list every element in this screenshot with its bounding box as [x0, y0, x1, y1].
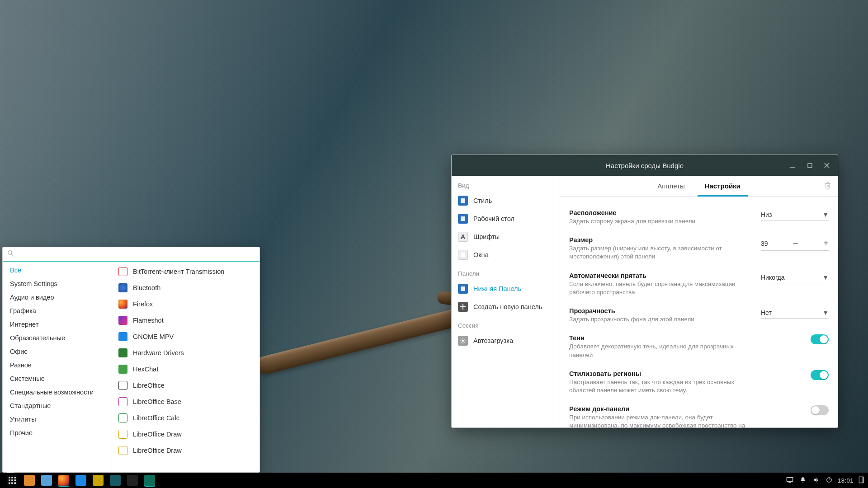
svg-line-1 — [11, 254, 13, 256]
tray-display-icon[interactable] — [786, 477, 793, 484]
appmenu-category[interactable]: Графика — [3, 304, 112, 318]
appmenu-category[interactable]: Прочие — [3, 426, 112, 440]
dock-toggle[interactable] — [811, 405, 829, 415]
svg-rect-23 — [14, 477, 16, 479]
dropdown-value: Никогда — [761, 274, 784, 281]
sidebar-item[interactable]: AШрифты — [452, 228, 560, 246]
panel-launcher-screenshot-icon[interactable] — [110, 475, 121, 486]
appmenu-app-item[interactable]: Bluetooth — [112, 280, 259, 296]
app-label: LibreOffice Draw — [133, 447, 182, 454]
app-icon — [118, 348, 127, 357]
app-label: LibreOffice — [133, 382, 165, 389]
appmenu-category[interactable]: Разное — [3, 358, 112, 372]
position-dropdown[interactable]: Низ ▼ — [761, 209, 829, 221]
transparency-dropdown[interactable]: Нет ▼ — [761, 307, 829, 319]
opt-transparency: Прозрачность Задать прозрачность фона дл… — [569, 302, 829, 329]
svg-point-0 — [8, 251, 12, 254]
svg-line-17 — [461, 338, 462, 339]
svg-rect-26 — [14, 479, 16, 481]
panel-menu-button[interactable] — [7, 475, 18, 486]
titlebar[interactable]: Настройки среды Budgie — [452, 155, 838, 176]
panel-launcher-terminal-icon[interactable] — [127, 475, 138, 486]
appmenu-app-item[interactable]: HexChat — [112, 361, 259, 377]
sidebar-item-icon: A — [458, 232, 468, 242]
tray-notifications-icon[interactable] — [800, 476, 806, 485]
app-label: Bluetooth — [133, 284, 160, 291]
appmenu-app-item[interactable]: LibreOffice — [112, 377, 259, 394]
appmenu-app-item[interactable]: LibreOffice Base — [112, 394, 259, 410]
opt-desc: Задать прозрачность фона для этой панели — [569, 315, 694, 324]
svg-rect-30 — [787, 477, 793, 481]
appmenu-app-item[interactable]: Flameshot — [112, 312, 259, 328]
svg-rect-7 — [461, 216, 465, 221]
sidebar-item[interactable]: Стиль — [452, 192, 560, 210]
tab-applets[interactable]: Апплеты — [647, 176, 695, 196]
appmenu-category[interactable]: Стандартные — [3, 399, 112, 413]
tray-sidebar-icon[interactable] — [858, 476, 864, 485]
svg-point-12 — [462, 340, 464, 342]
sidebar-item-label: Рабочий стол — [473, 215, 514, 222]
appmenu-categories: ВсёSystem SettingsАудио и видеоГрафикаИн… — [3, 262, 112, 472]
svg-line-18 — [464, 342, 465, 343]
opt-desc: При использовании режима док-панели, она… — [569, 413, 750, 427]
system-tray — [786, 476, 832, 485]
appmenu-app-item[interactable]: Hardware Drivers — [112, 345, 259, 361]
appmenu-category[interactable]: Всё — [3, 263, 112, 277]
svg-rect-6 — [461, 198, 465, 203]
appmenu-category[interactable]: Аудио и видео — [3, 291, 112, 304]
appmenu-app-item[interactable]: LibreOffice Calc — [112, 410, 259, 426]
tray-volume-icon[interactable] — [812, 477, 820, 484]
tray-power-icon[interactable] — [826, 477, 832, 484]
appmenu-category[interactable]: Образовательные — [3, 331, 112, 345]
sidebar-item[interactable]: Автозагрузка — [452, 332, 560, 350]
opt-title: Режим док-панели — [569, 405, 750, 413]
panel-launcher-firefox-icon[interactable] — [58, 475, 69, 486]
app-label: HexChat — [133, 366, 158, 373]
autohide-dropdown[interactable]: Никогда ▼ — [761, 272, 829, 283]
appmenu-category[interactable]: Системные — [3, 372, 112, 385]
close-button[interactable] — [819, 159, 835, 172]
minimize-button[interactable] — [784, 159, 801, 172]
app-label: Flameshot — [133, 317, 164, 324]
sidebar-item[interactable]: Рабочий стол — [452, 210, 560, 228]
search-input[interactable] — [18, 250, 241, 258]
regions-toggle[interactable] — [811, 370, 829, 380]
appmenu-app-item[interactable]: BitTorrent-клиент Transmission — [112, 263, 259, 280]
svg-line-19 — [461, 342, 462, 343]
panel-launcher-music-icon[interactable] — [93, 475, 104, 486]
app-icon — [118, 397, 127, 406]
appmenu-app-item[interactable]: LibreOffice Draw — [112, 442, 259, 459]
appmenu-category[interactable]: Офис — [3, 345, 112, 358]
appmenu-app-item[interactable]: LibreOffice Draw — [112, 426, 259, 442]
shadow-toggle[interactable] — [811, 334, 829, 344]
appmenu-category[interactable]: Специальные возможности — [3, 385, 112, 399]
sidebar-item[interactable]: Создать новую панель — [452, 298, 560, 316]
maximize-button[interactable] — [802, 159, 818, 172]
appmenu-app-item[interactable]: GNOME MPV — [112, 328, 259, 345]
sidebar-item-label: Окна — [473, 251, 489, 258]
settings-sidebar: ВидСтильРабочий столAШрифтыОкнаПанелиНиж… — [452, 176, 560, 427]
opt-title: Размер — [569, 236, 750, 244]
stepper-value: 39 — [761, 240, 768, 247]
svg-rect-3 — [808, 164, 812, 168]
panel-launcher-media-icon[interactable] — [75, 475, 86, 486]
delete-panel-icon[interactable] — [824, 182, 831, 191]
app-icon — [118, 283, 127, 292]
appmenu-category[interactable]: System Settings — [3, 277, 112, 291]
appmenu-category[interactable]: Утилиты — [3, 413, 112, 426]
panel-launcher-software-icon[interactable] — [24, 475, 35, 486]
sidebar-item[interactable]: Окна — [452, 246, 560, 264]
opt-shadow: Тени Добавляет декоративную тень, идеаль… — [569, 329, 829, 364]
stepper-plus-button[interactable]: + — [823, 238, 829, 249]
stepper-minus-button[interactable]: − — [793, 238, 798, 249]
tab-settings[interactable]: Настройки — [695, 176, 750, 196]
sidebar-item-icon — [458, 284, 468, 294]
panel-launcher-files-icon[interactable] — [41, 475, 52, 486]
opt-title: Стилизовать регионы — [569, 370, 750, 377]
opt-position: Расположение Задать сторону экрана для п… — [569, 204, 829, 231]
appmenu-app-item[interactable]: Firefox — [112, 296, 259, 312]
panel-launcher-settings-icon[interactable] — [144, 475, 155, 486]
appmenu-category[interactable]: Интернет — [3, 318, 112, 331]
panel-clock[interactable]: 18:01 — [838, 477, 854, 484]
sidebar-item[interactable]: Нижняя Панель — [452, 280, 560, 298]
